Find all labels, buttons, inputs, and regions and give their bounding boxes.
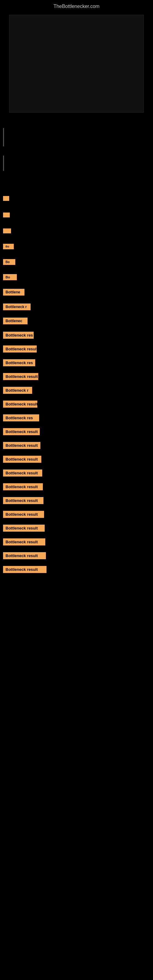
list-item: Bottleneck r [3, 303, 153, 311]
bottleneck-label: Bottleneck result [3, 552, 46, 559]
list-item: Bo [3, 274, 153, 281]
bottleneck-rows-container: Bo Bo Bo Bottlene Bottleneck r Bottlenec… [0, 192, 153, 578]
row-gap [3, 326, 153, 331]
list-item: Bo [3, 243, 153, 250]
list-item: Bottleneck result [3, 496, 153, 505]
bottleneck-label: Bottleneck result [3, 497, 43, 504]
row-gap [3, 396, 153, 400]
bottleneck-label: Bottleneck result [3, 525, 45, 531]
list-item: Bottleneck res [3, 331, 153, 339]
row-gap [3, 561, 153, 565]
bottleneck-label: Bottleneck res [3, 414, 39, 422]
list-item: Bottleneck result [3, 441, 153, 450]
list-item: Bottleneck result [3, 483, 153, 491]
bottleneck-label: Bottleneck result [3, 442, 40, 449]
row-gap [3, 340, 153, 345]
list-item: Bottleneck result [3, 538, 153, 546]
bottleneck-label: Bottleneck result [3, 456, 41, 463]
list-item: Bottleneck result [3, 345, 153, 353]
page-container: TheBottlenecker.com Bo Bo [0, 0, 153, 980]
vertical-indicator-2 [3, 156, 4, 171]
list-item: Bottleneck result [3, 552, 153, 560]
spacer-section [0, 116, 153, 192]
bottleneck-label: Bottleneck r [3, 387, 32, 394]
row-gap [3, 219, 153, 228]
list-item: Bottleneck result [3, 524, 153, 532]
row-gap [3, 312, 153, 317]
bottleneck-label: Bottleneck result [3, 428, 40, 435]
bottleneck-label: Bottlenec [3, 318, 27, 324]
list-item: Bottleneck result [3, 428, 153, 436]
bottleneck-label: Bottleneck result [3, 401, 37, 407]
list-item: Bottleneck r [3, 386, 153, 395]
row-gap [3, 251, 153, 258]
row-gap [3, 409, 153, 414]
list-item: Bottleneck result [3, 455, 153, 463]
bottleneck-label: Bo [3, 274, 17, 280]
bottleneck-label: Bottleneck result [3, 469, 42, 477]
row-gap [3, 298, 153, 303]
bottleneck-label: Bottleneck result [3, 483, 43, 490]
bottleneck-label: Bottleneck result [3, 566, 46, 573]
row-gap [3, 465, 153, 469]
bottleneck-label: Bottleneck result [3, 373, 38, 380]
list-item [3, 212, 153, 218]
bottleneck-label: Bo [3, 259, 15, 265]
row-gap [3, 492, 153, 496]
site-title: TheBottlenecker.com [0, 0, 153, 12]
row-gap [3, 382, 153, 386]
list-item [3, 196, 153, 202]
list-item: Bottlenec [3, 317, 153, 325]
list-item: Bottleneck result [3, 372, 153, 381]
row-gap [3, 423, 153, 428]
list-item: Bottleneck result [3, 469, 153, 477]
list-item [3, 228, 153, 234]
row-gap [3, 203, 153, 212]
row-gap [3, 478, 153, 483]
list-item: Bottleneck result [3, 510, 153, 519]
bottleneck-label: Bo [3, 244, 14, 249]
bottleneck-label [3, 213, 10, 218]
list-item: Bottleneck result [3, 400, 153, 408]
row-gap [3, 451, 153, 455]
bottleneck-label [3, 229, 11, 233]
bottleneck-label: Bottleneck result [3, 345, 37, 353]
bottleneck-label [3, 196, 9, 201]
row-gap [3, 267, 153, 274]
list-item: Bottleneck res [3, 414, 153, 422]
list-item: Bottlene [3, 288, 153, 296]
bottleneck-label: Bottleneck res [3, 332, 33, 339]
row-gap [3, 368, 153, 372]
row-gap [3, 547, 153, 552]
row-gap [3, 437, 153, 441]
vertical-indicator-1 [3, 128, 4, 146]
bottleneck-label: Bottleneck res [3, 359, 35, 366]
chart-area [9, 15, 144, 113]
list-item: Bottleneck result [3, 565, 153, 574]
bottleneck-label: Bottleneck result [3, 538, 45, 546]
bottleneck-label: Bottlene [3, 289, 24, 296]
bottleneck-label: Bottleneck r [3, 304, 30, 310]
row-gap [3, 235, 153, 243]
row-gap [3, 533, 153, 538]
list-item: Bottleneck res [3, 359, 153, 367]
list-item: Bo [3, 258, 153, 266]
row-gap [3, 520, 153, 524]
row-gap [3, 354, 153, 359]
row-gap [3, 506, 153, 510]
row-gap [3, 282, 153, 288]
bottleneck-label: Bottleneck result [3, 511, 44, 518]
